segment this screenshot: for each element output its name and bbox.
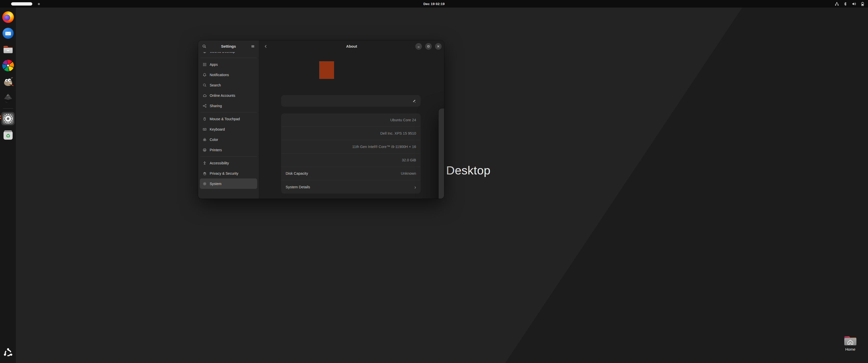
dock-inkscape-button[interactable] bbox=[2, 92, 14, 104]
inkscape-icon bbox=[2, 92, 14, 104]
dock: ♻ bbox=[0, 7, 16, 363]
clock[interactable]: Dec 19 02:19 bbox=[0, 0, 868, 7]
ubuntu-logo-icon bbox=[3, 348, 13, 358]
top-bar: Dec 19 02:19 bbox=[0, 0, 868, 7]
dock-gimp-button[interactable] bbox=[2, 76, 14, 88]
color-wheel-icon bbox=[2, 60, 14, 71]
modal-dim-overlay bbox=[198, 40, 444, 199]
dialog-header: Copy System Details bbox=[438, 108, 444, 120]
network-icon bbox=[835, 2, 839, 6]
maximize-icon bbox=[427, 45, 430, 48]
dock-show-apps-button[interactable] bbox=[2, 347, 14, 359]
folder-home-icon bbox=[843, 335, 858, 346]
running-indicator-dots bbox=[0, 116, 1, 119]
dock-colorwheel-button[interactable] bbox=[2, 60, 14, 71]
dock-settings-button[interactable] bbox=[2, 113, 14, 125]
system-status-area[interactable] bbox=[835, 0, 865, 7]
dock-trash-button[interactable]: ♻ bbox=[2, 129, 14, 141]
desktop-text: Desktop bbox=[446, 163, 491, 177]
thunderbird-icon bbox=[2, 28, 14, 39]
dock-files-button[interactable] bbox=[2, 43, 14, 55]
system-details-dialog: Copy System Details Hardware Information… bbox=[438, 108, 444, 199]
dock-thunderbird-button[interactable] bbox=[2, 27, 14, 39]
close-icon bbox=[437, 45, 440, 48]
dialog-title: System Details bbox=[438, 112, 444, 116]
files-icon bbox=[2, 44, 14, 55]
dock-active-highlight bbox=[1, 112, 14, 125]
firefox-icon bbox=[2, 11, 14, 23]
dock-firefox-button[interactable] bbox=[2, 11, 14, 23]
minimize-button[interactable] bbox=[415, 43, 422, 50]
close-button[interactable] bbox=[435, 43, 441, 50]
minimize-icon bbox=[417, 45, 420, 48]
svg-text:♻: ♻ bbox=[5, 133, 10, 139]
volume-icon bbox=[852, 2, 857, 6]
gimp-icon bbox=[2, 76, 14, 88]
window-controls bbox=[415, 43, 441, 50]
battery-icon bbox=[861, 2, 865, 6]
maximize-button[interactable] bbox=[425, 43, 432, 50]
home-folder-icon[interactable]: Home bbox=[842, 335, 859, 352]
dialog-body: Hardware Information Model Dell Inc. XPS… bbox=[438, 120, 444, 199]
trash-icon: ♻ bbox=[2, 129, 14, 141]
dock-separator bbox=[3, 108, 13, 109]
home-label: Home bbox=[845, 347, 856, 352]
settings-window: Settings Ubuntu Desktop bbox=[198, 40, 444, 199]
bluetooth-icon bbox=[843, 2, 847, 6]
